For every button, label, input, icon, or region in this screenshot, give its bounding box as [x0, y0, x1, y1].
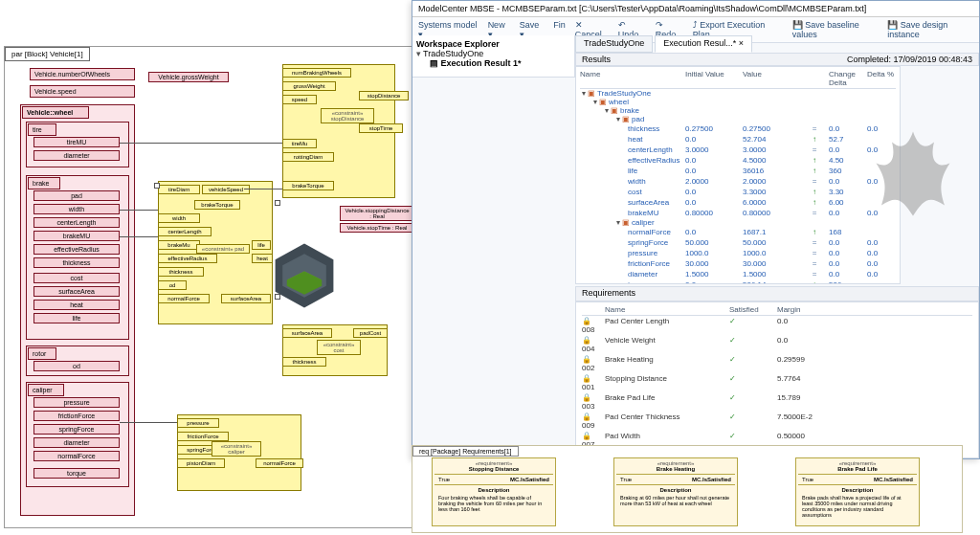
label-rotor: rotor: [28, 347, 56, 360]
stop-speed: speed: [282, 95, 317, 104]
results-row[interactable]: pressure1000.01000.0=0.00.0: [580, 248, 896, 258]
tire-mu: tireMU: [33, 137, 120, 147]
port-square: [275, 200, 280, 206]
calc-normalforce: normalForce: [256, 458, 303, 468]
tree-wheel[interactable]: wheel: [580, 98, 896, 106]
results-row[interactable]: thickness0.275000.27500=0.00.0: [580, 123, 896, 134]
stop-rottingdiam: rottingDiam: [282, 152, 334, 162]
cost-constraint-label: «constraint» cost: [317, 340, 361, 355]
stop-grossweight: grossWeight: [282, 81, 336, 91]
pad-vehspeed: vehicleSpeed: [202, 185, 250, 194]
req-card: «requirement»Brake Pad LifeTrueMC.IsSati…: [795, 457, 920, 526]
connector: [120, 236, 158, 237]
results-row[interactable]: centerLength3.00003.0000=0.00.0: [580, 145, 896, 155]
tab-tradestudy[interactable]: TradeStudyOne: [575, 35, 653, 53]
reqs-grid[interactable]: NameSatisfiedMargin 🔒 008Pad Center Leng…: [575, 301, 979, 458]
calc-pressure: pressure: [177, 418, 219, 428]
cost-surfacearea: surfaceArea: [282, 328, 332, 338]
connector: [120, 143, 282, 144]
calc-constraint-label: «constraint» caliper: [212, 441, 261, 457]
brake-mu: brakeMU: [33, 231, 120, 241]
calc-piston: pistonDiam: [177, 458, 225, 468]
port-square: [154, 183, 160, 189]
port-gross-weight: Vehicle.grossWeight: [148, 72, 229, 82]
results-row[interactable]: cost0.03.30003.30: [580, 187, 896, 197]
tree-brake[interactable]: brake: [580, 106, 896, 115]
connector: [244, 189, 282, 189]
product-logo: [268, 239, 341, 312]
req-row[interactable]: 🔒 008Pad Center Length✓0.0: [582, 316, 972, 335]
req-row[interactable]: 🔒 002Brake Heating✓0.29599: [582, 354, 972, 373]
port-num-wheels: Vehicle.numberOfWheels: [30, 68, 135, 80]
brake-cost: cost: [33, 273, 120, 283]
results-row[interactable]: surfaceArea0.06.00006.00: [580, 197, 896, 208]
brake-thickness: thickness: [33, 257, 120, 268]
stop-stopdistance: stopDistance: [359, 91, 409, 100]
explorer-item-result[interactable]: ▤ Execution Result 1*: [416, 58, 570, 68]
caliper-pressure: pressure: [33, 397, 120, 408]
tree-root[interactable]: TradeStudyOne: [580, 89, 896, 98]
brake-life: life: [33, 313, 120, 323]
results-row[interactable]: normalForce0.01687.1168: [580, 227, 896, 237]
explorer-item-study[interactable]: TradeStudyOne: [416, 49, 570, 58]
pad-tirediam: tireDiam: [158, 185, 200, 194]
connector: [120, 422, 177, 423]
results-row[interactable]: torque0.0506.14506: [580, 279, 896, 284]
caliper-diameter: diameter: [33, 437, 120, 448]
pad-braketorque: brakeTorque: [194, 200, 240, 210]
brake-pad: pad: [33, 190, 120, 201]
results-row[interactable]: diameter1.50001.5000=0.00.0: [580, 269, 896, 279]
calc-friction: frictionForce: [177, 432, 229, 441]
tb-save-design[interactable]: 💾 Save design instance: [887, 20, 973, 39]
requirements-diagram: req [Package] Requirements[1] «requireme…: [412, 445, 963, 533]
req-row[interactable]: 🔒 004Vehicle Weight✓0.0: [582, 335, 972, 354]
reqs-header: Requirements: [575, 286, 979, 301]
req-card: «requirement»Brake HeatingTrueMC.IsSatis…: [613, 457, 738, 526]
label-tire: tire: [28, 123, 56, 136]
label-brake: brake: [28, 177, 60, 189]
cost-thickness: thickness: [282, 357, 326, 367]
caliper-friction: frictionForce: [33, 411, 120, 421]
brake-centerlength: centerLength: [33, 217, 120, 228]
brake-effradius: effectiveRadius: [33, 244, 120, 255]
reqs-col-head: NameSatisfiedMargin: [582, 304, 972, 316]
pad-centerlength: centerLength: [158, 227, 212, 236]
pad-thickness: thickness: [158, 267, 204, 277]
req-row[interactable]: 🔒 009Pad Center Thickness✓7.5000E-2: [582, 412, 972, 431]
port-speed: Vehicle.speed: [30, 85, 135, 98]
explorer-title: Workspace Explorer: [416, 39, 570, 49]
pad-surfacearea-port: surfaceArea: [221, 294, 271, 303]
results-grid[interactable]: NameInitial ValueValue Change DeltaDelta…: [575, 66, 901, 284]
caliper-spring: springForce: [33, 424, 120, 435]
stop-stoptime: stopTime: [359, 123, 403, 133]
out-stopdistance: Vehicle.stoppingDistance : Real: [340, 206, 414, 221]
results-row[interactable]: brakeMU0.800000.80000=0.00.0: [580, 208, 896, 218]
out-stoptime: Vehicle.stopTime : Real: [340, 223, 414, 233]
results-row[interactable]: life0.036016360: [580, 166, 896, 176]
req-row[interactable]: 🔒 001Stopping Distance✓5.7764: [582, 373, 972, 392]
tree-pad[interactable]: pad: [580, 115, 896, 123]
stop-constraint-label: «constraint» stopDistance: [321, 108, 374, 123]
sysml-frame-title: par [Block] Vehicle[1]: [5, 47, 90, 61]
pad-effradius: effectiveRadius: [158, 254, 217, 263]
brake-width: width: [33, 204, 120, 214]
results-row[interactable]: effectiveRadius0.04.50004.50: [580, 155, 896, 166]
stop-tiremu: tireMu: [282, 139, 317, 148]
results-row[interactable]: frictionForce30.00030.000=0.00.0: [580, 258, 896, 269]
label-caliper: caliper: [28, 384, 64, 396]
pad-brakemu: brakeMu: [158, 240, 200, 250]
tb-save-baseline[interactable]: 💾 Save baseline values: [792, 20, 878, 39]
results-row[interactable]: heat0.052.70452.7: [580, 134, 896, 145]
window-title: ModelCenter MBSE - MCMBSEParam.txt [C:\U…: [412, 1, 979, 17]
tree-caliper[interactable]: caliper: [580, 218, 896, 227]
stop-braketorque: brakeTorque: [282, 181, 334, 190]
brake-surfacearea: surfaceArea: [33, 286, 120, 297]
phoenix-logo: [860, 116, 966, 221]
req-row[interactable]: 🔒 003Brake Pad Life✓15.789: [582, 392, 972, 412]
results-row[interactable]: width2.00002.0000=0.00.0: [580, 176, 896, 187]
results-row[interactable]: springForce50.00050.000=0.00.0: [580, 237, 896, 248]
tab-execution-result[interactable]: Execution Resul...* ×: [655, 35, 752, 53]
caliper-normal: normalForce: [33, 451, 120, 461]
results-col-head: NameInitial ValueValue Change DeltaDelta…: [580, 69, 896, 89]
brake-heat: heat: [33, 300, 120, 310]
